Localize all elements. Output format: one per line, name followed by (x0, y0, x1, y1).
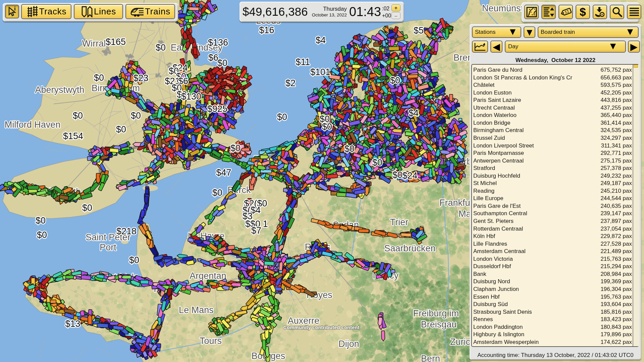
svg-text:i: i (14, 6, 16, 12)
